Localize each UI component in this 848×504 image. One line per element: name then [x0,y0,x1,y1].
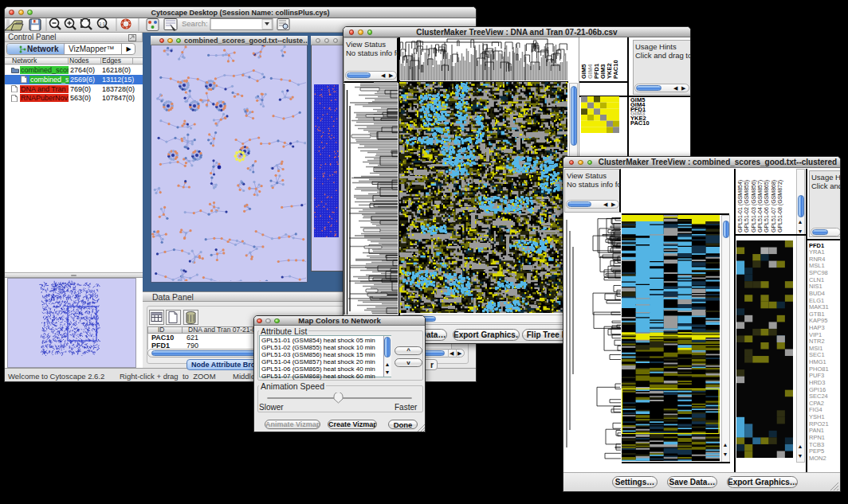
svg-text:GPL51-04 (GSM857): GPL51-04 (GSM857) [757,180,764,232]
svg-text:PAC10: PAC10 [612,60,619,79]
svg-text:Search:: Search: [182,19,208,28]
svg-text:GPL51-03 (GSM856): GPL51-03 (GSM856) [751,180,757,232]
svg-text:GPL51-01 (GSM854): GPL51-01 (GSM854) [737,180,744,232]
svg-text:1:1: 1:1 [99,21,105,26]
svg-text:GPL51-07 (GSM868): GPL51-07 (GSM868) [771,180,777,232]
svg-text:GPL51-02 (GSM855): GPL51-02 (GSM855) [744,180,750,232]
svg-text:GPL51-06 (GSM865): GPL51-06 (GSM865) [764,180,770,232]
svg-text:GPL51-08 (GSM872): GPL51-08 (GSM872) [777,180,783,232]
